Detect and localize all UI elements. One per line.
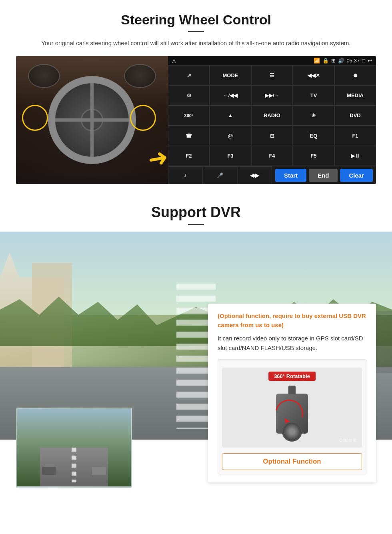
nav-btn[interactable]: ↗ bbox=[168, 65, 210, 85]
screen-btn[interactable]: ⊟ bbox=[251, 126, 293, 146]
wheel-bg: ➜ bbox=[16, 56, 168, 184]
radio-ui-panel: △ 📶 🔒 ⊞ 🔊 05:37 □ ↩ ↗ MODE ☰ ◀◀✕ ⊕ bbox=[168, 56, 376, 184]
right-control-highlight bbox=[130, 105, 156, 131]
home-icon: △ bbox=[172, 58, 176, 64]
radio-buttons-grid: ↗ MODE ☰ ◀◀✕ ⊕ ⊙ ←/◀◀ ▶▶/→ TV MEDIA 360°… bbox=[168, 65, 376, 166]
mute-prev-btn[interactable]: ◀◀✕ bbox=[293, 65, 334, 85]
dvr-optional-note: (Optional function, require to buy exter… bbox=[218, 312, 366, 330]
music-btn[interactable]: ♪ bbox=[168, 166, 203, 184]
tv-btn[interactable]: TV bbox=[293, 85, 334, 105]
f3-btn[interactable]: F3 bbox=[210, 146, 251, 166]
dot-grid-btn[interactable]: ⊕ bbox=[334, 65, 376, 85]
f5-btn[interactable]: F5 bbox=[293, 146, 334, 166]
eq-btn[interactable]: EQ bbox=[293, 126, 334, 146]
steering-title: Steering Wheel Control bbox=[16, 12, 376, 28]
camera-visual: 360° Rotatable bbox=[222, 368, 362, 448]
badge-360: 360° Rotatable bbox=[268, 372, 316, 381]
eject-btn[interactable]: ▲ bbox=[210, 106, 251, 126]
dvd-btn[interactable]: DVD bbox=[334, 106, 376, 126]
f1-btn[interactable]: F1 bbox=[334, 126, 376, 146]
dvr-section: Support DVR bbox=[0, 192, 392, 512]
dvr-title-divider bbox=[188, 224, 204, 225]
steering-demo-area: ➜ △ 📶 🔒 ⊞ 🔊 05:37 □ ↩ ↗ bbox=[16, 56, 376, 184]
mode-btn[interactable]: MODE bbox=[210, 65, 251, 85]
dvr-description: It can record video only to storage in G… bbox=[218, 334, 366, 353]
left-control-highlight bbox=[22, 105, 48, 131]
grid-icon: ⊞ bbox=[331, 58, 336, 64]
title-divider bbox=[188, 31, 204, 32]
dvr-inset-image bbox=[16, 408, 132, 488]
wifi-icon: 📶 bbox=[314, 58, 320, 64]
playpause-btn[interactable]: ▶⏸ bbox=[334, 146, 376, 166]
phone-btn[interactable]: ☎ bbox=[168, 126, 210, 146]
start-button[interactable]: Start bbox=[275, 169, 306, 182]
back-icon: ↩ bbox=[368, 58, 372, 64]
prev-btn[interactable]: ←/◀◀ bbox=[210, 85, 251, 105]
clock: 05:37 bbox=[347, 58, 360, 64]
camera-box: 360° Rotatable bbox=[218, 359, 366, 474]
dvr-content-area: (Optional function, require to buy exter… bbox=[0, 232, 392, 512]
bluetooth-icon: 🔊 bbox=[338, 58, 344, 64]
media-btn[interactable]: MEDIA bbox=[334, 85, 376, 105]
brightness-btn[interactable]: ☀ bbox=[293, 106, 334, 126]
end-button[interactable]: End bbox=[309, 169, 338, 182]
steering-description: Your original car's steering wheel contr… bbox=[40, 38, 352, 48]
menu-btn[interactable]: ☰ bbox=[251, 65, 293, 85]
arrow-both-btn[interactable]: ◀/▶ bbox=[237, 166, 272, 184]
radio-btn-ctrl[interactable]: RADIO bbox=[251, 106, 293, 126]
status-icons: 📶 🔒 ⊞ 🔊 05:37 □ ↩ bbox=[314, 58, 372, 64]
steering-wheel bbox=[48, 76, 136, 164]
f4-btn[interactable]: F4 bbox=[251, 146, 293, 166]
steering-wheel-section: Steering Wheel Control Your original car… bbox=[0, 0, 392, 192]
optional-function-label: Optional Function bbox=[222, 453, 362, 470]
lock-icon: 🔒 bbox=[322, 58, 329, 64]
web-btn[interactable]: @ bbox=[210, 126, 251, 146]
360-btn[interactable]: 360° bbox=[168, 106, 210, 126]
next-btn[interactable]: ▶▶/→ bbox=[251, 85, 293, 105]
f2-btn[interactable]: F2 bbox=[168, 146, 210, 166]
clear-button[interactable]: Clear bbox=[340, 169, 373, 182]
window-icon: □ bbox=[362, 58, 365, 64]
mic-btn[interactable]: 🎤 bbox=[203, 166, 238, 184]
seicane-watermark: Seicane bbox=[339, 437, 356, 443]
dvr-info-card: (Optional function, require to buy exter… bbox=[208, 304, 376, 482]
settings-btn[interactable]: ⊙ bbox=[168, 85, 210, 105]
dvr-title: Support DVR bbox=[0, 192, 392, 221]
status-bar: △ 📶 🔒 ⊞ 🔊 05:37 □ ↩ bbox=[168, 56, 376, 65]
steering-wheel-image: ➜ bbox=[16, 56, 168, 184]
